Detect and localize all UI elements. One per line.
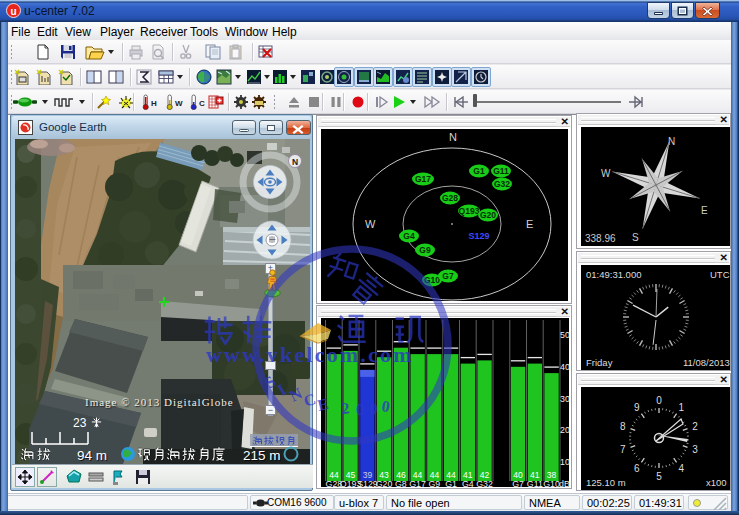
svg-text:E: E (701, 205, 708, 216)
svg-text:G10: G10 (543, 479, 560, 488)
svg-text:dB: dB (559, 479, 569, 488)
svg-text:9: 9 (634, 402, 640, 413)
svg-text:N: N (292, 157, 298, 167)
svg-text:W: W (601, 168, 611, 179)
svg-text:G9: G9 (429, 479, 441, 488)
svg-text:S129: S129 (357, 479, 378, 488)
svg-text:G11: G11 (493, 166, 509, 176)
svg-text:G11: G11 (527, 479, 543, 488)
svg-text:Q193: Q193 (459, 206, 480, 216)
svg-text:125.10 m: 125.10 m (586, 477, 626, 488)
svg-text:50: 50 (560, 330, 569, 340)
svg-text:G7: G7 (512, 479, 524, 488)
svg-text:G8: G8 (395, 479, 407, 488)
svg-text:x100: x100 (706, 477, 727, 488)
svg-text:G32: G32 (494, 179, 510, 189)
svg-text:G20: G20 (376, 479, 393, 488)
svg-text:G17: G17 (409, 479, 426, 488)
svg-text:G20: G20 (480, 210, 496, 220)
svg-text:215 m: 215 m (243, 448, 281, 463)
svg-text:8: 8 (620, 421, 626, 432)
svg-text:10: 10 (560, 457, 569, 467)
svg-text:11/08/2013: 11/08/2013 (683, 357, 730, 368)
svg-text:S129: S129 (468, 231, 489, 241)
svg-text:UTC: UTC (710, 269, 730, 280)
svg-text:G10: G10 (424, 275, 440, 285)
svg-text:G1: G1 (445, 479, 457, 488)
svg-text:G4: G4 (403, 231, 415, 241)
svg-text:338.96: 338.96 (585, 233, 616, 244)
svg-text:C: C (199, 99, 205, 108)
svg-text:E: E (526, 218, 533, 230)
svg-text:7: 7 (620, 444, 626, 455)
svg-text:6: 6 (634, 463, 640, 474)
svg-text:01:49:31.000: 01:49:31.000 (586, 269, 641, 280)
svg-text:S: S (449, 300, 456, 301)
svg-text:23: 23 (73, 416, 87, 430)
svg-text:N: N (668, 136, 675, 147)
svg-text:20: 20 (560, 425, 569, 435)
svg-text:94 m: 94 m (77, 448, 107, 463)
svg-text:S: S (632, 232, 639, 243)
svg-text:G17: G17 (415, 174, 431, 184)
svg-text:G1: G1 (473, 166, 485, 176)
svg-text:3: 3 (692, 444, 698, 455)
svg-text:u: u (10, 6, 16, 17)
svg-text:2: 2 (692, 421, 698, 432)
svg-text:G9: G9 (419, 245, 431, 255)
svg-text:W: W (175, 99, 183, 108)
svg-text:30: 30 (560, 394, 569, 404)
svg-text:G32: G32 (476, 479, 493, 488)
svg-text:G28: G28 (442, 193, 458, 203)
svg-text:G7: G7 (442, 271, 454, 281)
svg-text:Friday: Friday (586, 357, 613, 368)
svg-text:W: W (365, 218, 376, 230)
svg-text:4: 4 (679, 463, 685, 474)
svg-text:0: 0 (656, 395, 662, 406)
svg-text:40: 40 (560, 362, 569, 372)
svg-text:G4: G4 (462, 479, 474, 488)
svg-text:1: 1 (679, 402, 685, 413)
svg-text:5: 5 (656, 471, 662, 482)
svg-text:H: H (151, 99, 157, 108)
svg-text:N: N (449, 131, 457, 143)
